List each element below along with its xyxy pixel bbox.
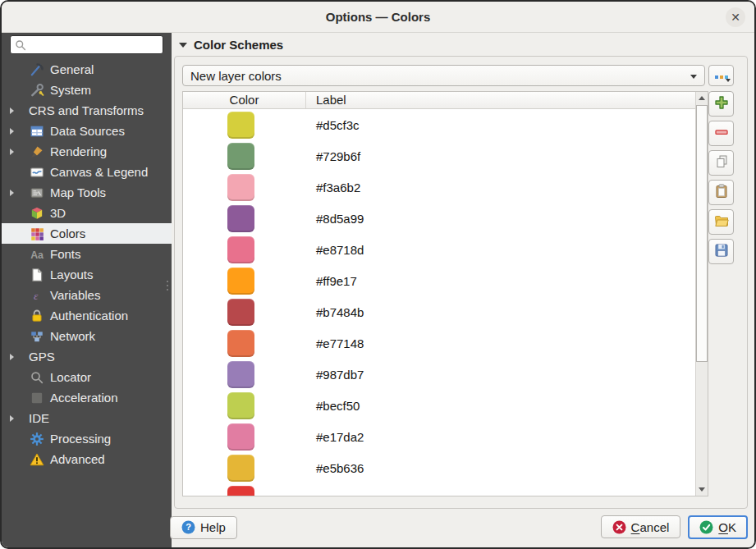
color-label[interactable]: #d5cf3c [316,118,360,132]
sidebar-item-colors[interactable]: Colors [2,223,172,244]
sidebar-item-variables[interactable]: εVariables [2,285,172,305]
color-swatch[interactable] [227,455,254,482]
color-swatch[interactable] [227,361,254,388]
scroll-up-icon[interactable] [696,92,708,104]
color-row[interactable]: #e77148 [183,327,695,359]
color-label[interactable]: #8d5a99 [316,212,364,226]
column-header-label[interactable]: Label [306,92,708,108]
color-swatch[interactable] [227,268,254,295]
color-label[interactable]: #becf50 [316,399,360,413]
sidebar-item-network[interactable]: Network [2,326,172,346]
import-colors-button[interactable] [708,209,734,235]
color-row[interactable]: #729b6f [183,140,695,172]
color-swatch[interactable] [227,299,254,326]
color-label[interactable]: #b7484b [316,305,364,319]
cancel-button[interactable]: Cancel [601,515,681,538]
expand-arrow-icon[interactable] [8,148,19,156]
lock-icon [30,309,44,323]
help-button[interactable]: ? Help [170,516,237,539]
color-row[interactable]: #f3a6b2 [183,172,695,203]
tree-indent [8,66,19,74]
color-swatch[interactable] [227,143,254,170]
color-label[interactable]: #987db7 [316,368,364,382]
color-row[interactable]: #e17da2 [183,421,695,452]
sidebar-item-acceleration[interactable]: Acceleration [2,387,172,408]
color-label[interactable]: #ff9e17 [316,274,357,288]
scheme-select[interactable]: New layer colors [182,65,705,86]
colors-table: Color Label #d5cf3c#729b6f#f3a6b2#8d5a99… [182,91,708,496]
tree-indent [8,271,19,279]
sidebar-item-system[interactable]: System [2,80,172,100]
color-row[interactable]: #d5cf3c [183,109,695,140]
color-label[interactable]: #729b6f [316,149,360,163]
sidebar-item-layouts[interactable]: Layouts [2,264,172,285]
table-scrollbar[interactable] [695,92,708,496]
sidebar-item-crs-and-transforms[interactable]: CRS and Transforms [2,100,172,121]
sidebar-item-label: Variables [50,288,100,302]
processing-icon [30,432,44,446]
scrollbar-thumb[interactable] [696,105,708,362]
sidebar-item-locator[interactable]: Locator [2,367,172,387]
menu-arrow-icon [726,79,731,82]
paste-colors-button[interactable] [708,180,734,205]
color-row[interactable]: #becf50 [183,390,695,421]
sidebar-item-ide[interactable]: IDE [2,408,172,428]
section-title: Color Schemes [194,38,283,52]
sidebar-item-advanced[interactable]: Advanced [2,449,172,469]
close-button[interactable]: ✕ [726,7,745,27]
sidebar-item-data-sources[interactable]: Data Sources [2,121,172,141]
sidebar-item-general[interactable]: General [2,59,172,80]
color-swatch[interactable] [227,205,254,232]
sidebar-item-label: General [50,62,94,76]
expand-arrow-icon[interactable] [8,414,19,423]
color-swatch[interactable] [227,392,254,419]
help-button-label: Help [200,520,226,534]
remove-color-button[interactable] [708,121,734,146]
sidebar-item-authentication[interactable]: Authentication [2,305,172,326]
expand-arrow-icon[interactable] [8,189,19,197]
ok-button[interactable]: OK [688,515,748,539]
color-row[interactable]: #e8718d [183,234,695,265]
settings-search-input[interactable] [30,37,159,53]
sidebar-item-gps[interactable]: GPS [2,346,172,367]
sidebar-item-canvas-legend[interactable]: Canvas & Legend [2,162,172,182]
sidebar-item-label: Processing [50,432,111,446]
scroll-down-icon[interactable] [696,483,708,496]
sidebar-item-map-tools[interactable]: Map Tools [2,182,172,203]
color-row[interactable]: #b7484b [183,296,695,327]
color-label[interactable]: #e8718d [316,243,364,257]
cancel-button-label: Cancel [631,520,670,534]
expand-arrow-icon[interactable] [8,353,19,361]
color-label[interactable]: #e5b636 [316,461,364,475]
color-swatch[interactable] [227,330,254,357]
section-header[interactable]: Color Schemes [179,38,283,52]
sidebar-item-processing[interactable]: Processing [2,428,172,449]
expand-arrow-icon[interactable] [8,127,19,135]
tree-indent [8,373,19,382]
color-row[interactable]: #e5b636 [183,452,695,483]
color-label[interactable]: #e77148 [316,336,364,350]
scheme-menu-button[interactable] [708,65,734,86]
color-swatch[interactable] [227,112,254,139]
splitter-handle[interactable] [165,275,170,296]
color-label[interactable]: #f3a6b2 [316,181,360,194]
color-swatch[interactable] [227,486,254,496]
color-swatch[interactable] [227,423,254,451]
sidebar-item-rendering[interactable]: Rendering [2,141,172,162]
color-swatch[interactable] [227,174,254,201]
sidebar-item-3d[interactable]: 3D [2,203,172,223]
copy-colors-button[interactable] [708,150,734,176]
color-row[interactable]: #e23835 [183,483,695,496]
color-row[interactable]: #8d5a99 [183,203,695,234]
expand-arrow-icon[interactable] [8,107,19,115]
sidebar-item-fonts[interactable]: AaFonts [2,244,172,264]
column-header-color[interactable]: Color [183,92,306,108]
variables-icon: ε [30,288,44,303]
export-colors-button[interactable] [708,239,734,264]
color-row[interactable]: #ff9e17 [183,265,695,296]
add-color-button[interactable] [708,91,734,117]
color-row[interactable]: #987db7 [183,359,695,390]
color-label[interactable]: #e23835 [316,492,364,496]
color-label[interactable]: #e17da2 [316,430,364,444]
color-swatch[interactable] [227,236,254,263]
